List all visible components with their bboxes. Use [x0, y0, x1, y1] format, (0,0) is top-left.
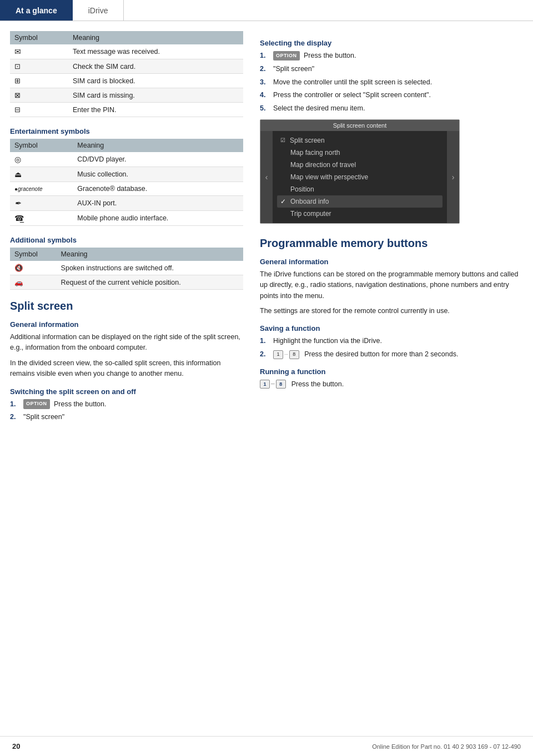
split-screen-heading: Split screen	[10, 300, 243, 313]
table-row: ☎̲ Mobile phone audio interface.	[10, 211, 243, 226]
list-item: 1. OPTION Press the button.	[10, 399, 243, 410]
memory-button-group-icon: 1 ··· 8	[260, 380, 286, 389]
main-content: Symbol Meaning ✉ Text message was receiv…	[0, 21, 533, 438]
list-item: ☑ Split screen	[277, 134, 443, 147]
additional-heading: Additional symbols	[10, 236, 243, 244]
footer-copyright: Online Edition for Part no. 01 40 2 903 …	[372, 743, 521, 750]
page-number: 20	[12, 742, 20, 750]
col-meaning: Meaning	[73, 139, 243, 152]
col-meaning: Meaning	[68, 31, 243, 44]
prog-general-info-heading: General information	[260, 258, 521, 266]
split-general-info-heading: General information	[10, 320, 243, 329]
split-screen-title-bar: Split screen content	[260, 120, 459, 131]
list-item: 2. "Split screen"	[10, 412, 243, 422]
table-row: ⏏ Music collection.	[10, 167, 243, 182]
prog-general-info-text2: The settings are stored for the remote c…	[260, 306, 521, 316]
col-meaning: Meaning	[57, 248, 243, 261]
table-row: ✉ Text message was received.	[10, 44, 243, 59]
list-item: Map facing north	[277, 147, 443, 159]
selecting-steps: 1. OPTION Press the button. 2. "Split sc…	[260, 51, 521, 114]
table-row: ✒ AUX-IN port.	[10, 196, 243, 211]
list-item: 1. OPTION Press the button.	[260, 51, 521, 61]
list-item: Map direction of travel	[277, 159, 443, 171]
running-steps: 1 ··· 8 Press the button.	[260, 379, 521, 390]
table-row: ⊟ Enter the PIN.	[10, 103, 243, 117]
col-symbol: Symbol	[10, 248, 57, 261]
table-row: ⊞ SIM card is blocked.	[10, 74, 243, 88]
col-symbol: Symbol	[10, 139, 73, 152]
saving-heading: Saving a function	[260, 324, 521, 332]
list-item: 1. Highlight the function via the iDrive…	[260, 336, 521, 346]
list-item: 4. Press the controller or select "Split…	[260, 90, 521, 100]
check-icon: ✓	[280, 198, 286, 205]
memory-button-group-icon: 1 ··· 8	[273, 350, 299, 359]
list-item: 2. "Split screen"	[260, 64, 521, 74]
split-arrow-right[interactable]: ›	[447, 131, 459, 223]
option-button-icon: OPTION	[273, 51, 300, 61]
prog-memory-heading: Programmable memory buttons	[260, 237, 521, 250]
split-screen-body: ‹ ☑ Split screen Map facing north Map di…	[260, 131, 459, 223]
split-general-info-text1: Additional information can be displayed …	[10, 332, 243, 354]
list-item: 2. 1 ··· 8 Press the desired button for …	[260, 349, 521, 360]
col-symbol: Symbol	[10, 31, 68, 44]
prog-general-info-text1: The iDrive functions can be stored on th…	[260, 269, 521, 301]
option-button-icon: OPTION	[23, 399, 50, 409]
list-item: 5. Select the desired menu item.	[260, 103, 521, 114]
table-row: 🔇 Spoken instructions are switched off.	[10, 261, 243, 275]
phone-symbols-table: Symbol Meaning ✉ Text message was receiv…	[10, 31, 243, 117]
saving-steps: 1. Highlight the function via the iDrive…	[260, 336, 521, 360]
split-menu: ☑ Split screen Map facing north Map dire…	[273, 131, 447, 223]
switching-steps: 1. OPTION Press the button. 2. "Split sc…	[10, 399, 243, 423]
table-row: ⊠ SIM card is missing.	[10, 88, 243, 103]
page-header: At a glance iDrive	[0, 0, 533, 21]
split-arrow-left[interactable]: ‹	[260, 131, 273, 223]
split-screen-image: Split screen content ‹ ☑ Split screen Ma…	[260, 119, 460, 224]
table-row: ●gracenote Gracenote® database.	[10, 182, 243, 196]
tab-idrive[interactable]: iDrive	[73, 0, 124, 21]
table-row: ◎ CD/DVD player.	[10, 152, 243, 167]
split-general-info-text2: In the divided screen view, the so-calle…	[10, 358, 243, 380]
entertainment-symbols-table: Symbol Meaning ◎ CD/DVD player. ⏏ Music …	[10, 139, 243, 226]
switching-heading: Switching the split screen on and off	[10, 387, 243, 396]
tab-at-a-glance[interactable]: At a glance	[0, 0, 73, 21]
running-heading: Running a function	[260, 367, 521, 376]
list-item: Trip computer	[277, 208, 443, 220]
right-column: Selecting the display 1. OPTION Press th…	[260, 31, 521, 428]
selecting-display-heading: Selecting the display	[260, 39, 521, 47]
additional-symbols-table: Symbol Meaning 🔇 Spoken instructions are…	[10, 248, 243, 290]
left-column: Symbol Meaning ✉ Text message was receiv…	[10, 31, 243, 428]
page-footer: 20 Online Edition for Part no. 01 40 2 9…	[0, 736, 533, 756]
list-item-selected: ✓ Onboard info	[277, 195, 443, 208]
list-item: 3. Move the controller until the split s…	[260, 77, 521, 88]
table-row: ⊡ Check the SIM card.	[10, 59, 243, 74]
table-row: 🚗 Request of the current vehicle positio…	[10, 275, 243, 290]
list-item: Position	[277, 183, 443, 195]
entertainment-heading: Entertainment symbols	[10, 127, 243, 135]
list-item: Map view with perspective	[277, 171, 443, 183]
list-item: 1 ··· 8 Press the button.	[260, 379, 521, 390]
